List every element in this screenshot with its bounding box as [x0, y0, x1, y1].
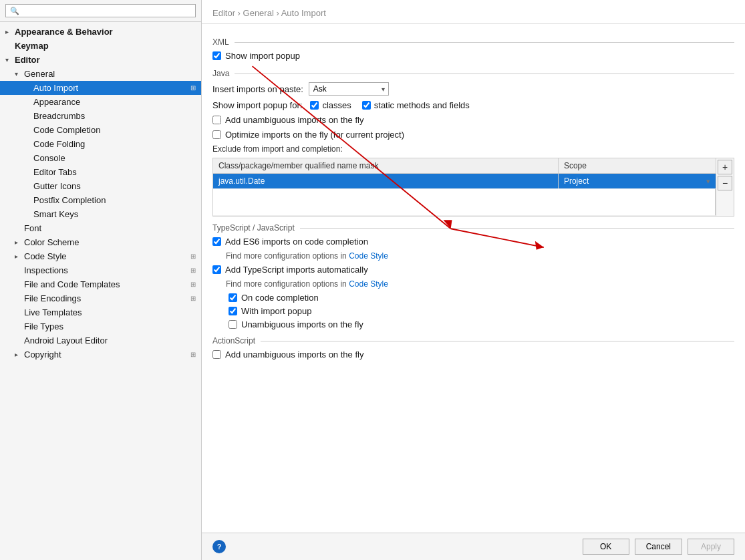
sidebar-label: Postfix Completion — [33, 195, 196, 205]
settings-icon: ⊞ — [190, 267, 196, 274]
sidebar-item-appearance[interactable]: Appearance — [0, 95, 201, 109]
sidebar-item-smart-keys[interactable]: Smart Keys — [0, 207, 201, 221]
classes-checkbox[interactable] — [310, 101, 319, 110]
add-row-button[interactable]: + — [718, 160, 732, 174]
table-side-buttons: + − — [716, 158, 734, 216]
sidebar-item-breadcrumbs[interactable]: Breadcrumbs — [0, 109, 201, 123]
table-cell-scope: Project ▾ — [558, 174, 715, 189]
sidebar-label: Auto Import — [33, 83, 188, 93]
sidebar-item-color-scheme[interactable]: ▸ Color Scheme — [0, 235, 201, 249]
sidebar-item-appearance-behavior[interactable]: ▸ Appearance & Behavior — [0, 25, 201, 39]
apply-button[interactable]: Apply — [688, 539, 734, 555]
sidebar-item-editor-tabs[interactable]: Editor Tabs — [0, 165, 201, 179]
settings-icon: ⊞ — [190, 295, 196, 302]
add-es6-label-el[interactable]: Add ES6 imports on code completion — [212, 237, 368, 247]
unambiguous-imports-row: Unambiguous imports on the fly — [229, 319, 734, 329]
static-methods-check-label[interactable]: static methods and fields — [362, 100, 470, 110]
sidebar-item-auto-import[interactable]: Auto Import ⊞ — [0, 81, 201, 95]
unambiguous-imports-label-el[interactable]: Unambiguous imports on the fly — [229, 319, 363, 329]
add-unambiguous-label-el[interactable]: Add unambiguous imports on the fly — [212, 115, 363, 125]
xml-show-import-popup-text: Show import popup — [225, 51, 300, 61]
add-typescript-text: Add TypeScript imports automatically — [225, 265, 368, 275]
classes-label: classes — [322, 100, 351, 110]
sidebar-item-gutter-icons[interactable]: Gutter Icons — [0, 179, 201, 193]
table-cell-name: java.util.Date — [213, 174, 558, 189]
actionscript-section-header: ActionScript — [212, 336, 734, 345]
code-style-link2[interactable]: Code Style — [349, 279, 388, 289]
arrow-icon: ▸ — [15, 253, 24, 260]
xml-label: XML — [212, 37, 235, 47]
on-code-completion-row: On code completion — [229, 293, 734, 303]
with-import-popup-row: With import popup — [229, 306, 734, 316]
code-style-link1[interactable]: Code Style — [349, 251, 388, 261]
search-input[interactable] — [22, 6, 191, 15]
add-es6-checkbox[interactable] — [212, 237, 221, 246]
sidebar-label: Editor — [15, 55, 196, 65]
sidebar-item-file-code-templates[interactable]: File and Code Templates ⊞ — [0, 277, 201, 291]
optimize-imports-label-el[interactable]: Optimize imports on the fly (for current… — [212, 130, 404, 140]
with-import-popup-label-el[interactable]: With import popup — [229, 306, 312, 316]
settings-icon: ⊞ — [190, 351, 196, 358]
sidebar-item-editor[interactable]: ▾ Editor — [0, 53, 201, 67]
help-icon[interactable]: ? — [212, 540, 226, 553]
add-typescript-checkbox[interactable] — [212, 265, 221, 274]
actionscript-divider — [261, 341, 734, 341]
sidebar-label: Editor Tabs — [33, 167, 196, 177]
sidebar-label: Code Completion — [33, 125, 196, 135]
sidebar-tree: ▸ Appearance & Behavior Keymap ▾ Editor … — [0, 22, 201, 560]
add-unambiguous-text: Add unambiguous imports on the fly — [225, 115, 363, 125]
sidebar-label: File Encodings — [24, 293, 188, 303]
java-divider — [235, 74, 734, 74]
insert-imports-select[interactable]: Ask Always Never — [309, 82, 389, 96]
sidebar-item-console[interactable]: Console — [0, 151, 201, 165]
scope-value: Project — [564, 176, 589, 186]
sidebar-item-live-templates[interactable]: Live Templates — [0, 305, 201, 319]
ok-button[interactable]: OK — [583, 539, 629, 555]
with-import-popup-checkbox[interactable] — [229, 307, 237, 315]
on-code-completion-label-el[interactable]: On code completion — [229, 293, 319, 303]
static-methods-checkbox[interactable] — [362, 101, 371, 110]
cancel-button[interactable]: Cancel — [635, 539, 682, 555]
add-unambiguous-as-label-el[interactable]: Add unambiguous imports on the fly — [212, 349, 363, 360]
table-header-row: Class/package/member qualified name mask… — [213, 158, 716, 174]
arrow-icon: ▸ — [5, 28, 15, 35]
add-typescript-label-el[interactable]: Add TypeScript imports automatically — [212, 265, 368, 275]
xml-show-import-popup-checkbox[interactable] — [212, 51, 221, 60]
on-code-completion-checkbox[interactable] — [229, 293, 237, 302]
sidebar-item-file-types[interactable]: File Types — [0, 319, 201, 333]
search-icon: 🔍 — [10, 7, 19, 15]
unambiguous-imports-checkbox[interactable] — [229, 320, 237, 329]
search-bar: 🔍 — [0, 0, 201, 22]
sidebar-label: Copyright — [24, 349, 188, 360]
sidebar-item-inspections[interactable]: Inspections ⊞ — [0, 263, 201, 277]
sidebar-item-keymap[interactable]: Keymap — [0, 39, 201, 53]
optimize-imports-checkbox[interactable] — [212, 130, 221, 139]
sidebar-item-code-style[interactable]: ▸ Code Style ⊞ — [0, 249, 201, 263]
table-empty-row — [213, 189, 716, 216]
arrow-icon: ▾ — [15, 70, 24, 78]
sidebar-label: Breadcrumbs — [33, 111, 196, 121]
sidebar-label: Live Templates — [24, 307, 196, 317]
add-unambiguous-checkbox[interactable] — [212, 116, 221, 124]
sidebar-label: File and Code Templates — [24, 279, 188, 289]
add-unambiguous-as-checkbox[interactable] — [212, 350, 221, 359]
col-name-header: Class/package/member qualified name mask — [213, 158, 558, 174]
settings-icon: ⊞ — [190, 84, 196, 92]
sidebar-item-font[interactable]: Font — [0, 221, 201, 235]
arrow-icon: ▾ — [5, 56, 15, 63]
breadcrumb-auto-import: Auto Import — [281, 8, 326, 18]
sidebar-item-android-layout-editor[interactable]: Android Layout Editor — [0, 333, 201, 347]
table-row[interactable]: java.util.Date Project ▾ — [213, 174, 716, 189]
sidebar-item-general[interactable]: ▾ General — [0, 67, 201, 81]
xml-show-import-popup-label[interactable]: Show import popup — [212, 51, 300, 61]
classes-check-label[interactable]: classes — [310, 100, 351, 110]
sidebar-item-copyright[interactable]: ▸ Copyright ⊞ — [0, 347, 201, 362]
sidebar-item-code-completion[interactable]: Code Completion — [0, 123, 201, 137]
sidebar-item-postfix-completion[interactable]: Postfix Completion — [0, 193, 201, 207]
sidebar-label: General — [24, 69, 196, 79]
sidebar-item-code-folding[interactable]: Code Folding — [0, 137, 201, 151]
remove-row-button[interactable]: − — [718, 176, 732, 190]
sidebar-item-file-encodings[interactable]: File Encodings ⊞ — [0, 291, 201, 305]
scope-dropdown-icon[interactable]: ▾ — [706, 177, 710, 186]
sidebar-label: Inspections — [24, 265, 188, 275]
